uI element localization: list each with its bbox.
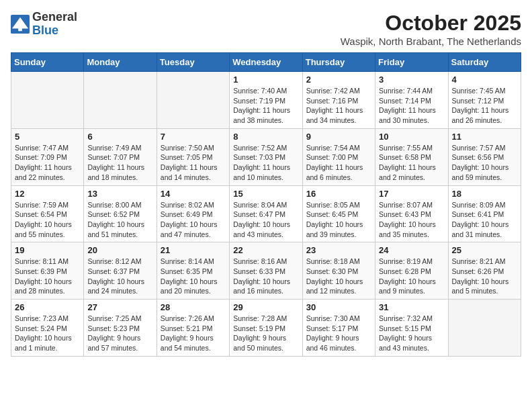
logo-text: General Blue xyxy=(32,11,77,38)
calendar-cell: 1Sunrise: 7:40 AM Sunset: 7:19 PM Daylig… xyxy=(230,72,302,129)
calendar-cell: 22Sunrise: 8:16 AM Sunset: 6:33 PM Dayli… xyxy=(230,242,302,300)
day-number: 28 xyxy=(161,302,226,312)
weekday-header-row: SundayMondayTuesdayWednesdayThursdayFrid… xyxy=(11,53,521,72)
day-info: Sunrise: 7:42 AM Sunset: 7:16 PM Dayligh… xyxy=(306,86,371,126)
day-info: Sunrise: 7:49 AM Sunset: 7:07 PM Dayligh… xyxy=(87,143,152,183)
calendar-cell: 2Sunrise: 7:42 AM Sunset: 7:16 PM Daylig… xyxy=(302,72,375,129)
day-info: Sunrise: 8:18 AM Sunset: 6:30 PM Dayligh… xyxy=(306,257,371,296)
day-number: 29 xyxy=(233,302,298,312)
calendar-cell: 11Sunrise: 7:57 AM Sunset: 6:56 PM Dayli… xyxy=(448,128,521,185)
day-number: 5 xyxy=(15,132,80,142)
day-info: Sunrise: 7:45 AM Sunset: 7:12 PM Dayligh… xyxy=(452,86,517,126)
day-info: Sunrise: 8:07 AM Sunset: 6:43 PM Dayligh… xyxy=(379,200,444,240)
calendar-cell: 31Sunrise: 7:32 AM Sunset: 5:15 PM Dayli… xyxy=(375,300,448,357)
day-info: Sunrise: 7:23 AM Sunset: 5:24 PM Dayligh… xyxy=(15,314,80,353)
day-number: 27 xyxy=(87,302,152,312)
day-number: 15 xyxy=(233,189,298,199)
svg-rect-2 xyxy=(18,25,22,31)
calendar-cell: 29Sunrise: 7:28 AM Sunset: 5:19 PM Dayli… xyxy=(230,300,302,357)
calendar-cell: 13Sunrise: 8:00 AM Sunset: 6:52 PM Dayli… xyxy=(84,185,157,242)
day-number: 18 xyxy=(452,189,517,199)
day-number: 7 xyxy=(161,132,226,142)
calendar-cell xyxy=(84,72,157,129)
calendar-cell: 18Sunrise: 8:09 AM Sunset: 6:41 PM Dayli… xyxy=(448,185,521,242)
day-number: 9 xyxy=(306,132,371,142)
calendar-cell: 5Sunrise: 7:47 AM Sunset: 7:09 PM Daylig… xyxy=(11,128,84,185)
calendar-cell xyxy=(448,300,521,357)
calendar-subtitle: Waspik, North Brabant, The Netherlands xyxy=(341,36,521,47)
calendar-cell: 16Sunrise: 8:05 AM Sunset: 6:45 PM Dayli… xyxy=(302,185,375,242)
day-info: Sunrise: 7:52 AM Sunset: 7:03 PM Dayligh… xyxy=(233,143,298,183)
calendar-cell: 30Sunrise: 7:30 AM Sunset: 5:17 PM Dayli… xyxy=(302,300,375,357)
day-info: Sunrise: 7:26 AM Sunset: 5:21 PM Dayligh… xyxy=(161,314,226,353)
weekday-header-tuesday: Tuesday xyxy=(157,53,229,72)
day-number: 17 xyxy=(379,189,444,199)
day-number: 30 xyxy=(306,302,371,312)
day-info: Sunrise: 7:40 AM Sunset: 7:19 PM Dayligh… xyxy=(233,86,298,126)
weekday-header-sunday: Sunday xyxy=(11,53,84,72)
calendar-cell: 12Sunrise: 7:59 AM Sunset: 6:54 PM Dayli… xyxy=(11,185,84,242)
day-info: Sunrise: 7:30 AM Sunset: 5:17 PM Dayligh… xyxy=(306,314,371,353)
day-info: Sunrise: 8:16 AM Sunset: 6:33 PM Dayligh… xyxy=(233,257,298,296)
day-number: 14 xyxy=(161,189,226,199)
calendar-cell: 25Sunrise: 8:21 AM Sunset: 6:26 PM Dayli… xyxy=(448,242,521,300)
calendar-cell: 21Sunrise: 8:14 AM Sunset: 6:35 PM Dayli… xyxy=(157,242,229,300)
day-number: 31 xyxy=(379,302,444,312)
calendar-cell: 14Sunrise: 8:02 AM Sunset: 6:49 PM Dayli… xyxy=(157,185,229,242)
day-number: 23 xyxy=(306,245,371,255)
day-number: 26 xyxy=(15,302,80,312)
calendar-cell xyxy=(11,72,84,129)
calendar-cell: 7Sunrise: 7:50 AM Sunset: 7:05 PM Daylig… xyxy=(157,128,229,185)
day-info: Sunrise: 7:57 AM Sunset: 6:56 PM Dayligh… xyxy=(452,143,517,183)
day-info: Sunrise: 7:54 AM Sunset: 7:00 PM Dayligh… xyxy=(306,143,371,183)
calendar-title: October 2025 xyxy=(341,11,521,36)
week-row-1: 1Sunrise: 7:40 AM Sunset: 7:19 PM Daylig… xyxy=(11,72,521,129)
day-info: Sunrise: 7:50 AM Sunset: 7:05 PM Dayligh… xyxy=(161,143,226,183)
day-number: 12 xyxy=(15,189,80,199)
day-info: Sunrise: 8:14 AM Sunset: 6:35 PM Dayligh… xyxy=(161,257,226,296)
calendar-cell: 24Sunrise: 8:19 AM Sunset: 6:28 PM Dayli… xyxy=(375,242,448,300)
logo-icon xyxy=(11,15,30,34)
day-number: 22 xyxy=(233,245,298,255)
title-block: October 2025 Waspik, North Brabant, The … xyxy=(341,11,521,47)
calendar-cell: 17Sunrise: 8:07 AM Sunset: 6:43 PM Dayli… xyxy=(375,185,448,242)
calendar-cell: 8Sunrise: 7:52 AM Sunset: 7:03 PM Daylig… xyxy=(230,128,302,185)
day-number: 13 xyxy=(87,189,152,199)
day-info: Sunrise: 8:05 AM Sunset: 6:45 PM Dayligh… xyxy=(306,200,371,240)
logo-general-text: General xyxy=(32,10,77,24)
calendar-cell: 19Sunrise: 8:11 AM Sunset: 6:39 PM Dayli… xyxy=(11,242,84,300)
day-number: 3 xyxy=(379,75,444,85)
calendar-cell: 3Sunrise: 7:44 AM Sunset: 7:14 PM Daylig… xyxy=(375,72,448,129)
day-info: Sunrise: 7:47 AM Sunset: 7:09 PM Dayligh… xyxy=(15,143,80,183)
calendar-cell: 20Sunrise: 8:12 AM Sunset: 6:37 PM Dayli… xyxy=(84,242,157,300)
day-info: Sunrise: 7:59 AM Sunset: 6:54 PM Dayligh… xyxy=(15,200,80,240)
day-info: Sunrise: 8:11 AM Sunset: 6:39 PM Dayligh… xyxy=(15,257,80,296)
weekday-header-monday: Monday xyxy=(84,53,157,72)
calendar-cell: 15Sunrise: 8:04 AM Sunset: 6:47 PM Dayli… xyxy=(230,185,302,242)
logo: General Blue xyxy=(11,11,77,38)
week-row-5: 26Sunrise: 7:23 AM Sunset: 5:24 PM Dayli… xyxy=(11,300,521,357)
day-number: 6 xyxy=(87,132,152,142)
day-info: Sunrise: 7:25 AM Sunset: 5:23 PM Dayligh… xyxy=(87,314,152,353)
calendar-cell: 28Sunrise: 7:26 AM Sunset: 5:21 PM Dayli… xyxy=(157,300,229,357)
day-info: Sunrise: 7:55 AM Sunset: 6:58 PM Dayligh… xyxy=(379,143,444,183)
calendar-cell: 23Sunrise: 8:18 AM Sunset: 6:30 PM Dayli… xyxy=(302,242,375,300)
day-number: 1 xyxy=(233,75,298,85)
header: General Blue October 2025 Waspik, North … xyxy=(11,11,521,47)
calendar-cell: 26Sunrise: 7:23 AM Sunset: 5:24 PM Dayli… xyxy=(11,300,84,357)
day-info: Sunrise: 8:00 AM Sunset: 6:52 PM Dayligh… xyxy=(87,200,152,240)
weekday-header-thursday: Thursday xyxy=(302,53,375,72)
weekday-header-wednesday: Wednesday xyxy=(230,53,302,72)
weekday-header-saturday: Saturday xyxy=(448,53,521,72)
calendar-table: SundayMondayTuesdayWednesdayThursdayFrid… xyxy=(11,52,521,357)
day-number: 10 xyxy=(379,132,444,142)
day-number: 11 xyxy=(452,132,517,142)
day-info: Sunrise: 8:04 AM Sunset: 6:47 PM Dayligh… xyxy=(233,200,298,240)
calendar-cell: 9Sunrise: 7:54 AM Sunset: 7:00 PM Daylig… xyxy=(302,128,375,185)
calendar-cell: 10Sunrise: 7:55 AM Sunset: 6:58 PM Dayli… xyxy=(375,128,448,185)
day-number: 24 xyxy=(379,245,444,255)
day-number: 16 xyxy=(306,189,371,199)
week-row-4: 19Sunrise: 8:11 AM Sunset: 6:39 PM Dayli… xyxy=(11,242,521,300)
day-number: 4 xyxy=(452,75,517,85)
calendar-cell xyxy=(157,72,229,129)
